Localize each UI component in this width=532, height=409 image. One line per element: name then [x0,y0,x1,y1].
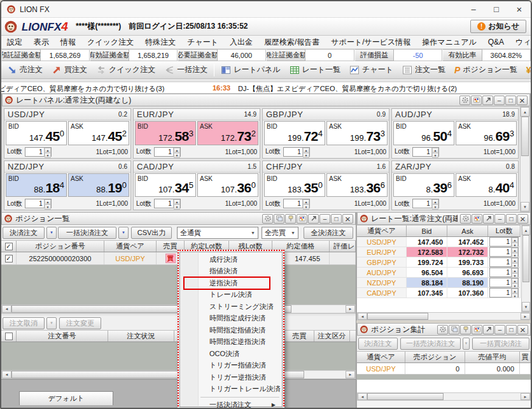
gear-icon[interactable] [437,325,448,334]
scroll-left-icon[interactable] [2,305,11,313]
popout-icon[interactable] [483,325,494,334]
tab-default[interactable]: デフォルト [19,391,113,405]
bulk-sell-settle-button[interactable]: 一括売決済注文 [400,338,461,350]
maximize-icon[interactable] [331,214,342,224]
lot-stepper[interactable] [431,199,438,208]
lot-input[interactable]: 1 [154,199,181,208]
stepper-down-icon[interactable] [303,153,309,158]
bid-button[interactable]: BID 96.504 [393,121,454,145]
ask-value[interactable]: 172.732 [447,247,488,257]
scroll-left-icon[interactable] [358,393,367,400]
scroll-left-icon[interactable] [2,371,11,378]
context-menu-item-submenu[interactable]: 一括決済注文 [180,399,282,409]
lot-stepper[interactable] [511,248,518,256]
summary-hscrollbar[interactable] [357,392,531,401]
context-menu-item[interactable]: 成行決済 [180,254,282,266]
bid-button[interactable]: BID 183.350 [264,173,325,197]
scroll-right-icon[interactable] [521,313,530,320]
pin-icon[interactable] [285,214,296,224]
lot-input[interactable]: 1 [25,147,52,157]
toolbar-button-grid[interactable]: レートパネル [216,61,284,78]
context-menu-item[interactable]: 時間指定指値決済 [180,324,282,336]
scroll-down-icon[interactable] [522,302,530,312]
stepper-up-icon[interactable] [45,199,51,204]
bulk-settle-dropdown-icon[interactable] [118,227,129,239]
stepper-up-icon[interactable] [512,289,518,294]
news-ticker[interactable]: ビディアCEO、貿易摩擦をカネの力で切り抜ける(3) 16:33 DJ-【焦点】… [1,82,531,94]
lot-stepper[interactable] [302,148,309,156]
ask-value[interactable]: 96.693 [447,268,488,277]
lot-input[interactable]: 1 [489,257,519,267]
popout-icon[interactable] [308,214,319,224]
settle-order-dropdown-icon[interactable] [46,227,57,239]
rate-list-row-gbpjpy[interactable]: GBP/JPY199.724199.7331 [357,257,521,268]
scroll-right-icon[interactable] [346,305,355,313]
gear-icon[interactable] [459,96,470,105]
stepper-down-icon[interactable] [512,243,518,247]
scroll-left-icon[interactable] [358,313,367,320]
toolbar-button-yen[interactable]: ¥証拠金状況 [522,61,532,78]
scroll-up-icon[interactable] [522,226,530,235]
context-menu-item[interactable]: トリガートレール決済 [180,384,282,396]
lot-input[interactable]: 1 [25,199,52,208]
order-cancel-button[interactable]: 注文取消 [3,317,45,329]
vertical-scrollbar[interactable] [520,106,530,212]
csv-export-button[interactable]: CSV出力 [131,227,172,239]
order-modify-button[interactable]: 注文変更 [59,317,101,329]
stepper-up-icon[interactable] [174,148,180,153]
maximize-icon[interactable] [506,325,517,334]
ask-button[interactable]: ASK 8.404 [456,173,517,197]
summary-row[interactable]: USD/JPY00.000 [357,363,531,375]
close-icon[interactable] [517,214,528,224]
context-menu-item[interactable]: ストリーミング決済 [180,301,282,313]
stepper-down-icon[interactable] [45,204,51,210]
gear-icon[interactable] [262,214,273,224]
menu-item-2[interactable]: 情報 [55,36,81,49]
rate-list-row-eurjpy[interactable]: EUR/JPY172.583172.7321 [357,247,521,257]
ask-button[interactable]: ASK 199.733 [326,121,388,145]
lot-input[interactable]: 1 [489,278,519,287]
palette-icon[interactable] [472,214,482,224]
palette-icon[interactable] [297,214,307,224]
bid-button[interactable]: BID 147.450 [6,121,67,145]
ask-value[interactable]: 147.452 [447,237,488,247]
lot-stepper[interactable] [511,238,518,246]
menu-item-10[interactable]: Q&A [482,36,510,49]
menu-item-0[interactable]: 設定 [1,36,28,49]
scrollbar-thumb[interactable] [367,313,428,320]
stepper-up-icon[interactable] [512,258,518,263]
ask-value[interactable]: 199.733 [447,257,488,267]
ask-value[interactable]: 88.190 [447,278,488,287]
lot-stepper[interactable] [44,148,51,156]
bid-button[interactable]: BID 8.396 [393,173,454,197]
bid-button[interactable]: BID 88.184 [6,173,67,197]
side-filter-select[interactable]: 全売買 [262,227,298,239]
settle-order-button[interactable]: 決済注文 [3,227,45,239]
ask-button[interactable]: ASK 88.190 [68,173,129,197]
bid-value[interactable]: 172.583 [407,247,447,257]
menu-item-4[interactable]: 特殊注文 [139,36,181,49]
bid-button[interactable]: BID 172.583 [135,121,196,145]
close-icon[interactable] [508,1,531,17]
close-icon[interactable] [517,96,528,105]
context-menu-item[interactable]: トレール決済 [180,289,282,301]
stepper-up-icon[interactable] [512,238,518,243]
rate-list-hscrollbar[interactable] [357,312,531,320]
ask-button[interactable]: ASK 107.360 [197,173,258,197]
order-cancel-dropdown-icon[interactable] [46,317,57,329]
toolbar-button-arrow-se[interactable]: 売注文 [3,61,47,78]
toolbar-button-table[interactable]: レート一覧 [285,61,346,78]
scrollbar-thumb[interactable] [367,393,444,400]
summary-settle-button[interactable]: 決済注文 [358,338,398,350]
stepper-down-icon[interactable] [432,153,438,158]
stepper-up-icon[interactable] [512,278,518,283]
lot-input[interactable]: 1 [283,199,310,208]
lot-input[interactable]: 1 [489,247,519,257]
bulk-settle-order-button[interactable]: 一括決済注文 [58,227,116,239]
stepper-up-icon[interactable] [512,268,518,273]
lot-stepper[interactable] [431,148,438,156]
lot-stepper[interactable] [511,258,518,266]
stepper-up-icon[interactable] [432,148,438,153]
maximize-icon[interactable] [505,96,516,105]
context-menu-item[interactable]: 時間指定成行決済 [180,313,282,325]
